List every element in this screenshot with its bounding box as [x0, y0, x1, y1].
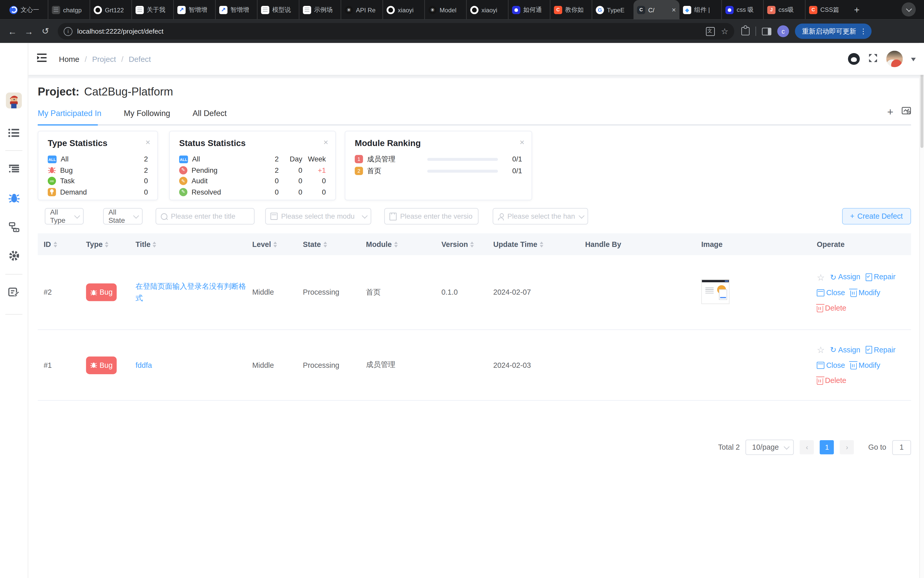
- browser-tab[interactable]: 模型说: [257, 0, 299, 19]
- modify-link[interactable]: Modify: [850, 289, 880, 297]
- delete-link[interactable]: Delete: [817, 304, 846, 312]
- sidebar-item-notes[interactable]: [0, 285, 28, 299]
- column-header-update-time[interactable]: Update Time: [487, 240, 579, 248]
- browser-tab[interactable]: 智增增: [173, 0, 215, 19]
- browser-tab[interactable]: 智增增: [215, 0, 257, 19]
- prev-page-button[interactable]: ‹: [800, 440, 814, 454]
- handler-filter-select[interactable]: Please select the handl: [492, 208, 588, 224]
- column-header-level[interactable]: Level: [247, 240, 297, 248]
- sort-icon: [105, 241, 109, 247]
- browser-tab[interactable]: css吸: [763, 0, 805, 19]
- cell-id: #1: [38, 361, 80, 369]
- browser-tab[interactable]: 组件 |: [679, 0, 721, 19]
- chart-view-icon[interactable]: [902, 107, 911, 117]
- repair-link[interactable]: Repair: [866, 346, 895, 354]
- fullscreen-icon[interactable]: [868, 53, 878, 65]
- defect-title-link[interactable]: 在登陆页面输入登录名没有判断格式: [135, 283, 246, 302]
- close-link[interactable]: Close: [817, 361, 845, 369]
- translate-icon[interactable]: [706, 27, 715, 36]
- reload-icon[interactable]: ↻: [38, 24, 53, 39]
- url-text[interactable]: localhost:2222/project/defect: [77, 28, 700, 35]
- version-filter-input[interactable]: Please enter the versio: [384, 208, 478, 224]
- user-avatar[interactable]: [886, 50, 903, 67]
- page-scrollbar[interactable]: [919, 43, 924, 578]
- browser-tab[interactable]: 文心一: [6, 0, 48, 19]
- new-tab-button[interactable]: +: [849, 2, 864, 18]
- defect-image-thumbnail[interactable]: [701, 279, 729, 304]
- repair-link[interactable]: Repair: [866, 273, 895, 281]
- page-size-select[interactable]: 10/page: [745, 440, 794, 455]
- module-filter-select[interactable]: Please select the modu: [265, 208, 371, 224]
- chrome-update-button[interactable]: 重新启动即可更新 ⋮: [795, 24, 871, 39]
- app-logo-mario[interactable]: [6, 93, 22, 108]
- column-header-module[interactable]: Module: [360, 240, 435, 248]
- create-defect-button[interactable]: + Create Defect: [842, 208, 911, 224]
- favorite-star-icon[interactable]: ☆: [817, 345, 825, 354]
- state-filter-select[interactable]: All State: [103, 208, 143, 224]
- baidu-favicon-icon: [512, 6, 520, 14]
- all-badge-icon: ALL: [48, 155, 57, 163]
- browser-tab[interactable]: 如何通: [508, 0, 550, 19]
- back-icon[interactable]: ←: [5, 24, 20, 39]
- github-icon[interactable]: [848, 53, 860, 65]
- title-search-input[interactable]: Please enter the title: [156, 208, 255, 224]
- browser-tab[interactable]: css 吸: [721, 0, 763, 19]
- column-header-state[interactable]: State: [297, 240, 360, 248]
- bookmark-star-icon[interactable]: ☆: [721, 27, 728, 36]
- extensions-icon[interactable]: [741, 27, 749, 36]
- column-header-type[interactable]: Type: [80, 240, 130, 248]
- browser-tab[interactable]: xiaoyi: [466, 0, 508, 19]
- chrome-profile-avatar[interactable]: c: [777, 25, 789, 37]
- browser-tab-active[interactable]: C/×: [633, 0, 679, 19]
- browser-tab[interactable]: API Re: [341, 0, 382, 19]
- address-bar[interactable]: i localhost:2222/project/defect ☆: [58, 23, 734, 39]
- close-link[interactable]: Close: [817, 289, 845, 297]
- user-menu-caret-icon[interactable]: [911, 57, 916, 63]
- browser-tab[interactable]: TypeE: [592, 0, 633, 19]
- column-header-title[interactable]: Title: [130, 240, 247, 248]
- tab-my-following[interactable]: My Following: [124, 109, 170, 125]
- browser-tab[interactable]: Model: [424, 0, 466, 19]
- browser-tab[interactable]: Grt122: [89, 0, 132, 19]
- tab-search-chevron-icon[interactable]: [902, 2, 916, 16]
- browser-tab[interactable]: xiaoyi: [382, 0, 424, 19]
- page-1-button[interactable]: 1: [820, 440, 834, 454]
- forward-icon[interactable]: →: [21, 24, 37, 39]
- delete-link[interactable]: Delete: [817, 377, 846, 385]
- breadcrumb-project[interactable]: Project: [92, 54, 116, 63]
- tab-close-icon[interactable]: ×: [672, 6, 676, 14]
- column-header-version[interactable]: Version: [435, 240, 487, 248]
- site-info-icon[interactable]: i: [64, 27, 72, 36]
- browser-tab[interactable]: chatgp: [48, 0, 89, 19]
- close-card-icon[interactable]: ×: [146, 137, 150, 147]
- browser-tab[interactable]: CSS篇: [805, 0, 847, 19]
- modify-link[interactable]: Modify: [850, 361, 880, 369]
- sidebar-divider: [5, 314, 23, 315]
- sidebar-item-defect-list[interactable]: [0, 125, 28, 140]
- browser-tab[interactable]: 示例场: [299, 0, 341, 19]
- browser-tab[interactable]: 教你如: [550, 0, 592, 19]
- type-filter-select[interactable]: All Type: [45, 208, 84, 224]
- favorite-star-icon[interactable]: ☆: [817, 273, 825, 281]
- tab-my-participated-in[interactable]: My Participated In: [38, 109, 101, 125]
- column-header-id[interactable]: ID: [38, 240, 80, 248]
- goto-page-input[interactable]: 1: [892, 440, 911, 455]
- sidebar-item-plan-list[interactable]: [0, 161, 28, 175]
- sidebar-item-pipeline[interactable]: [0, 220, 28, 234]
- add-widget-icon[interactable]: +: [887, 107, 893, 117]
- side-panel-icon[interactable]: [762, 28, 771, 35]
- browser-tab[interactable]: 关于我: [132, 0, 173, 19]
- assign-link[interactable]: ↻Assign: [830, 346, 860, 354]
- next-page-button[interactable]: ›: [840, 440, 854, 454]
- close-card-icon[interactable]: ×: [520, 137, 525, 147]
- chrome-menu-kebab-icon[interactable]: ⋮: [860, 27, 867, 36]
- breadcrumb-home[interactable]: Home: [59, 54, 80, 63]
- sidebar-item-settings-gear-icon[interactable]: [0, 249, 28, 263]
- assign-link[interactable]: ↻Assign: [830, 273, 860, 281]
- openai-favicon-icon: [345, 6, 353, 14]
- sidebar-item-defect-bug[interactable]: [0, 191, 28, 205]
- close-card-icon[interactable]: ×: [323, 137, 328, 147]
- sidebar-collapse-icon[interactable]: [36, 53, 47, 65]
- tab-all-defect[interactable]: All Defect: [193, 109, 227, 125]
- defect-title-link[interactable]: fddfa: [135, 361, 161, 369]
